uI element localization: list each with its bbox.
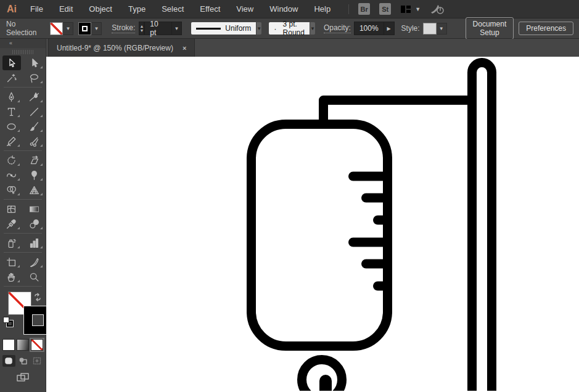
stroke-weight-dropdown[interactable]: ▼ [171, 22, 182, 35]
stroke-weight-value[interactable]: 10 pt [145, 20, 171, 37]
tool-lasso[interactable] [25, 70, 44, 85]
document-tab-bar: Untitled-9* @ 150% (RGB/Preview) × [46, 39, 579, 57]
ellipse-icon [6, 121, 17, 132]
workspace-switcher[interactable]: ▼ [400, 5, 421, 14]
puppet-pin-icon [29, 170, 39, 181]
document-tab[interactable]: Untitled-9* @ 150% (RGB/Preview) × [48, 39, 195, 57]
artwork-bag[interactable] [252, 125, 388, 346]
artwork-iv-bag[interactable] [46, 57, 579, 391]
stroke-weight-label[interactable]: Stroke: [112, 23, 135, 33]
column-graph-icon [29, 238, 39, 248]
tool-slice[interactable] [25, 255, 44, 269]
tab-close-icon[interactable]: × [183, 44, 186, 52]
stroke-weight-field: 10 pt ▼ [144, 22, 182, 35]
tool-curvature[interactable] [25, 89, 44, 104]
tool-perspective-grid[interactable] [25, 182, 44, 197]
tool-ellipse[interactable] [2, 119, 21, 134]
tool-scissors[interactable] [25, 134, 44, 149]
style-dropdown-button[interactable]: ▼ [437, 23, 447, 35]
opacity-label[interactable]: Opacity: [324, 23, 351, 33]
canvas[interactable] [46, 57, 579, 392]
tool-rotate[interactable] [2, 153, 21, 168]
draw-normal-icon[interactable] [2, 355, 15, 367]
change-screen-mode-icon[interactable] [16, 372, 30, 386]
fill-dropdown-button[interactable]: ▼ [63, 22, 73, 35]
menu-item[interactable]: Type [120, 0, 154, 18]
hand-icon [6, 272, 17, 282]
document-setup-button[interactable]: Document Setup [466, 17, 514, 39]
menu-item[interactable]: Effect [192, 0, 228, 18]
tool-paintbrush[interactable] [25, 119, 44, 134]
magic-wand-icon [6, 73, 17, 83]
gradient-button[interactable] [17, 339, 29, 351]
tool-mesh[interactable] [2, 202, 21, 216]
tool-shear[interactable] [25, 153, 44, 168]
brush-select[interactable]: · 3 pt. Round [269, 22, 310, 35]
preferences-button[interactable]: Preferences [519, 22, 573, 35]
illustrator-window: Ai FileEditObjectTypeSelectEffectViewWin… [0, 0, 579, 392]
stroke-swatch-hole [82, 26, 88, 31]
tool-blend[interactable] [25, 216, 44, 231]
artwork-pole[interactable] [472, 63, 492, 391]
tool-direct-selection[interactable] [25, 55, 44, 70]
rotate-icon [6, 155, 17, 166]
menu-item[interactable]: Window [261, 0, 306, 18]
pencil-icon [6, 136, 17, 147]
paint-buttons [0, 339, 46, 351]
stock-icon[interactable]: St [379, 3, 391, 15]
panel-grip[interactable] [12, 50, 33, 54]
width-profile-dropdown[interactable]: ▼ [257, 22, 261, 35]
gpu-performance-icon[interactable] [430, 4, 445, 15]
fill-swatch-none[interactable] [50, 22, 63, 35]
artwork-scale-ticks[interactable] [353, 176, 387, 286]
tool-artboard[interactable] [2, 255, 21, 269]
tool-pencil[interactable] [2, 134, 21, 149]
divider [4, 252, 42, 253]
tool-eyedropper[interactable] [2, 216, 21, 231]
menu-item[interactable]: Object [81, 0, 120, 18]
menu-item[interactable]: View [228, 0, 261, 18]
tool-pen[interactable] [2, 89, 21, 104]
draw-inside-icon[interactable] [31, 355, 44, 367]
draw-behind-icon[interactable] [17, 355, 30, 367]
tool-column-graph[interactable] [25, 235, 44, 250]
tool-width[interactable] [2, 168, 21, 182]
menubar-right: Br St ▼ [348, 3, 445, 15]
tool-zoom[interactable] [25, 269, 44, 284]
width-tool-icon [6, 170, 17, 181]
app-logo: Ai [0, 4, 24, 15]
menu-item[interactable]: Edit [51, 0, 81, 18]
selection-status: No Selection [6, 20, 36, 37]
stroke-swatch-black[interactable] [78, 22, 91, 35]
tool-shape-builder[interactable] [2, 182, 21, 197]
tool-hand[interactable] [2, 269, 21, 284]
opacity-value[interactable]: 100% [355, 24, 384, 33]
menu-item[interactable]: Help [306, 0, 339, 18]
bridge-icon[interactable]: Br [358, 3, 370, 15]
tool-line-segment[interactable] [25, 104, 44, 119]
color-button[interactable] [2, 339, 15, 351]
tool-type[interactable] [2, 104, 21, 119]
stroke-weight-stepper[interactable]: ▲▼ [139, 22, 144, 35]
type-icon [6, 107, 17, 117]
style-swatch[interactable] [423, 23, 437, 35]
default-fill-stroke-icon[interactable] [3, 317, 13, 327]
tool-selection[interactable] [2, 55, 21, 70]
scissors-icon [29, 136, 39, 147]
menu-item[interactable]: Select [154, 0, 192, 18]
width-profile-select[interactable]: Uniform [191, 22, 256, 35]
stroke-proxy-hole [32, 314, 44, 326]
stroke-dropdown-button[interactable]: ▼ [91, 22, 102, 35]
menu-bar: Ai FileEditObjectTypeSelectEffectViewWin… [0, 0, 579, 18]
tool-gradient[interactable] [25, 202, 44, 216]
collapse-panel-icon[interactable]: « [0, 39, 46, 48]
menu-item[interactable]: File [24, 0, 51, 18]
tool-puppet-warp[interactable] [25, 168, 44, 182]
tool-symbol-sprayer[interactable] [2, 235, 21, 250]
brush-dropdown[interactable]: ▼ [310, 22, 315, 35]
opacity-dropdown[interactable]: ▶ [384, 22, 394, 35]
none-button[interactable] [31, 339, 43, 351]
swap-fill-stroke-icon[interactable] [33, 293, 42, 301]
symbol-sprayer-icon [6, 238, 17, 248]
tool-magic-wand[interactable] [2, 70, 21, 85]
